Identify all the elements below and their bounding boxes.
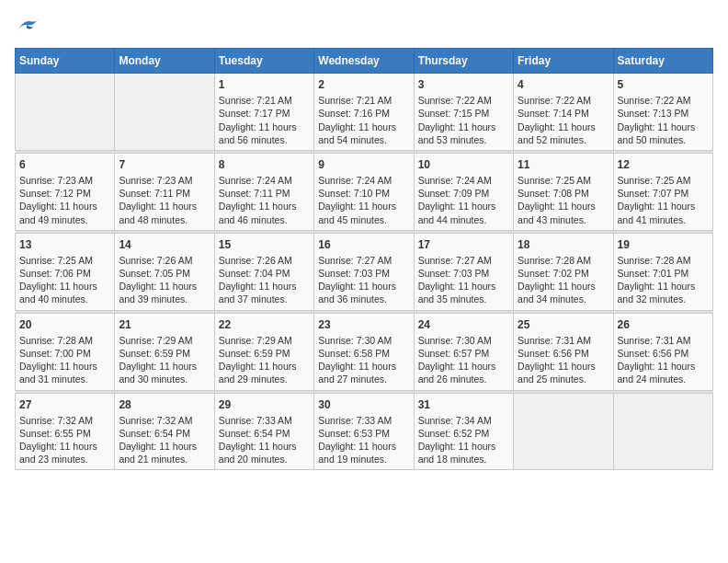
day-info: Sunrise: 7:25 AM bbox=[618, 174, 709, 187]
day-info: Sunset: 7:14 PM bbox=[518, 107, 609, 120]
day-info: Daylight: 11 hours and 36 minutes. bbox=[318, 280, 409, 305]
calendar-cell: 30Sunrise: 7:33 AMSunset: 6:53 PMDayligh… bbox=[314, 393, 414, 470]
day-info: Daylight: 11 hours and 30 minutes. bbox=[119, 360, 210, 385]
day-number: 17 bbox=[418, 237, 509, 252]
day-number: 19 bbox=[618, 237, 709, 252]
day-info: Sunrise: 7:24 AM bbox=[318, 174, 409, 187]
calendar-cell: 12Sunrise: 7:25 AMSunset: 7:07 PMDayligh… bbox=[613, 153, 712, 230]
calendar-cell: 4Sunrise: 7:22 AMSunset: 7:14 PMDaylight… bbox=[514, 74, 613, 151]
day-number: 12 bbox=[618, 157, 709, 172]
day-number: 10 bbox=[418, 157, 509, 172]
calendar-cell: 16Sunrise: 7:27 AMSunset: 7:03 PMDayligh… bbox=[314, 233, 414, 310]
day-info: Daylight: 11 hours and 45 minutes. bbox=[318, 200, 409, 225]
page-header bbox=[15, 15, 713, 37]
day-info: Daylight: 11 hours and 50 minutes. bbox=[618, 121, 709, 146]
day-info: Sunset: 7:10 PM bbox=[318, 187, 409, 200]
calendar-cell: 24Sunrise: 7:30 AMSunset: 6:57 PMDayligh… bbox=[414, 313, 513, 390]
calendar-cell: 28Sunrise: 7:32 AMSunset: 6:54 PMDayligh… bbox=[115, 393, 214, 470]
day-info: Daylight: 11 hours and 48 minutes. bbox=[119, 200, 210, 225]
day-info: Sunrise: 7:22 AM bbox=[518, 94, 609, 107]
day-info: Sunset: 6:54 PM bbox=[219, 427, 310, 440]
weekday-header-wednesday: Wednesday bbox=[314, 49, 414, 74]
day-number: 27 bbox=[19, 397, 110, 412]
day-info: Daylight: 11 hours and 23 minutes. bbox=[19, 440, 110, 465]
day-number: 9 bbox=[318, 157, 409, 172]
day-number: 18 bbox=[518, 237, 609, 252]
day-info: Daylight: 11 hours and 32 minutes. bbox=[618, 280, 709, 305]
day-number: 5 bbox=[618, 77, 709, 92]
day-info: Daylight: 11 hours and 31 minutes. bbox=[19, 360, 110, 385]
calendar-cell: 19Sunrise: 7:28 AMSunset: 7:01 PMDayligh… bbox=[613, 233, 712, 310]
day-info: Daylight: 11 hours and 27 minutes. bbox=[318, 360, 409, 385]
day-number: 13 bbox=[19, 237, 110, 252]
day-info: Daylight: 11 hours and 49 minutes. bbox=[19, 200, 110, 225]
day-info: Sunrise: 7:30 AM bbox=[318, 334, 409, 347]
day-info: Sunrise: 7:26 AM bbox=[119, 254, 210, 267]
day-info: Daylight: 11 hours and 29 minutes. bbox=[219, 360, 310, 385]
weekday-header-thursday: Thursday bbox=[414, 49, 513, 74]
calendar-cell: 29Sunrise: 7:33 AMSunset: 6:54 PMDayligh… bbox=[214, 393, 313, 470]
calendar-cell: 3Sunrise: 7:22 AMSunset: 7:15 PMDaylight… bbox=[414, 74, 513, 151]
day-info: Sunset: 7:15 PM bbox=[418, 107, 509, 120]
day-info: Sunrise: 7:31 AM bbox=[518, 334, 609, 347]
day-number: 22 bbox=[219, 317, 310, 332]
calendar-cell bbox=[16, 74, 115, 151]
day-number: 14 bbox=[119, 237, 210, 252]
day-info: Sunset: 7:00 PM bbox=[19, 347, 110, 360]
day-number: 23 bbox=[318, 317, 409, 332]
calendar-week-row: 1Sunrise: 7:21 AMSunset: 7:17 PMDaylight… bbox=[16, 74, 713, 151]
day-info: Sunrise: 7:31 AM bbox=[618, 334, 709, 347]
day-info: Sunset: 6:57 PM bbox=[418, 347, 509, 360]
day-number: 26 bbox=[618, 317, 709, 332]
calendar-cell: 18Sunrise: 7:28 AMSunset: 7:02 PMDayligh… bbox=[514, 233, 613, 310]
day-info: Sunrise: 7:23 AM bbox=[119, 174, 210, 187]
day-info: Daylight: 11 hours and 46 minutes. bbox=[219, 200, 310, 225]
day-info: Daylight: 11 hours and 40 minutes. bbox=[19, 280, 110, 305]
calendar-cell: 21Sunrise: 7:29 AMSunset: 6:59 PMDayligh… bbox=[115, 313, 214, 390]
day-number: 2 bbox=[318, 77, 409, 92]
calendar-cell bbox=[115, 74, 214, 151]
day-info: Sunset: 7:06 PM bbox=[19, 267, 110, 280]
day-info: Sunrise: 7:32 AM bbox=[119, 414, 210, 427]
day-info: Sunrise: 7:27 AM bbox=[418, 254, 509, 267]
day-info: Sunrise: 7:22 AM bbox=[418, 94, 509, 107]
calendar-cell: 11Sunrise: 7:25 AMSunset: 7:08 PMDayligh… bbox=[514, 153, 613, 230]
day-info: Sunset: 6:52 PM bbox=[418, 427, 509, 440]
day-info: Daylight: 11 hours and 25 minutes. bbox=[518, 360, 609, 385]
weekday-header-friday: Friday bbox=[514, 49, 613, 74]
day-info: Sunrise: 7:26 AM bbox=[219, 254, 310, 267]
day-info: Sunrise: 7:30 AM bbox=[418, 334, 509, 347]
day-info: Daylight: 11 hours and 19 minutes. bbox=[318, 440, 409, 465]
day-number: 29 bbox=[219, 397, 310, 412]
day-info: Sunrise: 7:23 AM bbox=[19, 174, 110, 187]
calendar-cell: 20Sunrise: 7:28 AMSunset: 7:00 PMDayligh… bbox=[16, 313, 115, 390]
calendar-cell: 15Sunrise: 7:26 AMSunset: 7:04 PMDayligh… bbox=[214, 233, 313, 310]
calendar-cell: 26Sunrise: 7:31 AMSunset: 6:56 PMDayligh… bbox=[613, 313, 712, 390]
calendar-cell: 23Sunrise: 7:30 AMSunset: 6:58 PMDayligh… bbox=[314, 313, 414, 390]
weekday-header-row: SundayMondayTuesdayWednesdayThursdayFrid… bbox=[16, 49, 713, 74]
calendar-cell: 27Sunrise: 7:32 AMSunset: 6:55 PMDayligh… bbox=[16, 393, 115, 470]
day-info: Sunset: 7:09 PM bbox=[418, 187, 509, 200]
day-number: 31 bbox=[418, 397, 509, 412]
day-info: Sunset: 6:53 PM bbox=[318, 427, 409, 440]
calendar-table: SundayMondayTuesdayWednesdayThursdayFrid… bbox=[15, 48, 713, 470]
day-info: Sunset: 7:01 PM bbox=[618, 267, 709, 280]
day-info: Sunset: 7:02 PM bbox=[518, 267, 609, 280]
calendar-week-row: 13Sunrise: 7:25 AMSunset: 7:06 PMDayligh… bbox=[16, 233, 713, 310]
calendar-week-row: 27Sunrise: 7:32 AMSunset: 6:55 PMDayligh… bbox=[16, 393, 713, 470]
day-info: Daylight: 11 hours and 41 minutes. bbox=[618, 200, 709, 225]
calendar-week-row: 6Sunrise: 7:23 AMSunset: 7:12 PMDaylight… bbox=[16, 153, 713, 230]
day-info: Sunset: 6:54 PM bbox=[119, 427, 210, 440]
day-info: Sunrise: 7:28 AM bbox=[19, 334, 110, 347]
day-info: Sunset: 7:08 PM bbox=[518, 187, 609, 200]
day-info: Sunset: 7:16 PM bbox=[318, 107, 409, 120]
calendar-cell: 25Sunrise: 7:31 AMSunset: 6:56 PMDayligh… bbox=[514, 313, 613, 390]
weekday-header-sunday: Sunday bbox=[16, 49, 115, 74]
day-info: Daylight: 11 hours and 56 minutes. bbox=[219, 121, 310, 146]
day-info: Sunrise: 7:34 AM bbox=[418, 414, 509, 427]
day-info: Sunset: 7:03 PM bbox=[318, 267, 409, 280]
day-info: Sunset: 6:56 PM bbox=[618, 347, 709, 360]
day-info: Sunset: 6:59 PM bbox=[119, 347, 210, 360]
weekday-header-saturday: Saturday bbox=[613, 49, 712, 74]
day-info: Sunset: 7:05 PM bbox=[119, 267, 210, 280]
